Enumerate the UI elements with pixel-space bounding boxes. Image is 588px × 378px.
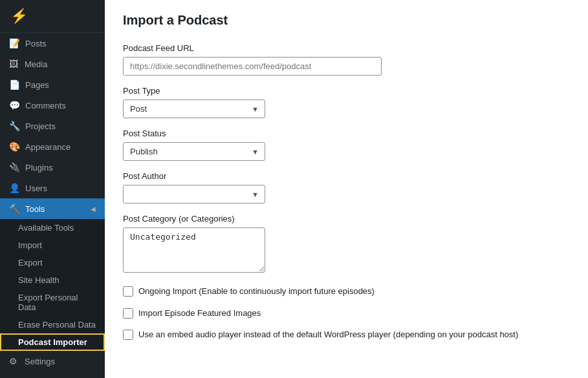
sidebar-item-settings-label: Settings (25, 357, 55, 366)
feed-url-label: Podcast Feed URL (123, 43, 570, 53)
submenu-import[interactable]: Import (0, 236, 105, 254)
post-status-select-wrap: Publish Draft Pending Private ▼ (123, 142, 265, 161)
sidebar-item-comments-label: Comments (25, 101, 66, 110)
post-type-group: Post Type Post Page ▼ (123, 86, 570, 118)
post-type-label: Post Type (123, 86, 570, 96)
post-status-select[interactable]: Publish Draft Pending Private (123, 142, 265, 161)
post-category-label: Post Category (or Categories) (123, 214, 570, 224)
sidebar: ⚡ 📝 Posts 🖼 Media 📄 Pages 💬 Comments 🔧 P… (0, 0, 105, 378)
sidebar-item-pages-label: Pages (25, 80, 49, 90)
ongoing-import-checkbox[interactable] (123, 286, 133, 297)
sidebar-item-plugins[interactable]: 🔌 Plugins (0, 157, 105, 178)
sidebar-item-tools[interactable]: 🔨 Tools ◀ (0, 198, 105, 219)
feed-url-group: Podcast Feed URL (123, 43, 570, 76)
settings-icon: ⚙ (9, 356, 19, 366)
sidebar-item-appearance[interactable]: 🎨 Appearance (0, 136, 105, 157)
sidebar-item-users-label: Users (25, 184, 47, 193)
sidebar-item-comments[interactable]: 💬 Comments (0, 95, 105, 116)
import-featured-images-checkbox[interactable] (123, 308, 133, 319)
sidebar-item-appearance-label: Appearance (25, 142, 71, 152)
submenu-site-health[interactable]: Site Health (0, 271, 105, 289)
wp-logo: ⚡ (0, 0, 105, 33)
post-type-select-wrap: Post Page ▼ (123, 100, 265, 118)
submenu-export[interactable]: Export (0, 254, 105, 271)
submenu-export-personal-data[interactable]: Export Personal Data (0, 289, 105, 316)
embed-audio-group: Use an embed audio player instead of the… (123, 328, 570, 341)
featured-images-group: Import Episode Featured Images (123, 307, 570, 320)
sidebar-item-users[interactable]: 👤 Users (0, 178, 105, 198)
embed-audio-player-checkbox[interactable] (123, 330, 133, 340)
projects-icon: 🔧 (9, 121, 20, 131)
sidebar-item-plugins-label: Plugins (25, 163, 53, 173)
page-title: Import a Podcast (123, 13, 570, 28)
submenu-available-tools[interactable]: Available Tools (0, 219, 105, 236)
sidebar-item-tools-label: Tools (25, 204, 45, 214)
sidebar-item-posts[interactable]: 📝 Posts (0, 33, 105, 54)
tools-icon: 🔨 (9, 204, 20, 214)
tools-arrow-icon: ◀ (91, 205, 96, 213)
post-category-textarea[interactable]: Uncategorized (123, 227, 265, 273)
ongoing-import-group: Ongoing Import (Enable to continuously i… (123, 285, 570, 298)
post-author-select[interactable] (123, 185, 265, 204)
post-status-label: Post Status (123, 129, 570, 138)
ongoing-import-label[interactable]: Ongoing Import (Enable to continuously i… (138, 285, 375, 298)
post-author-label: Post Author (123, 171, 570, 181)
post-status-group: Post Status Publish Draft Pending Privat… (123, 129, 570, 161)
media-icon: 🖼 (9, 59, 19, 69)
post-author-select-wrap: ▼ (123, 185, 265, 204)
pages-icon: 📄 (9, 79, 20, 90)
post-category-group: Post Category (or Categories) Uncategori… (123, 214, 570, 275)
sidebar-item-projects[interactable]: 🔧 Projects (0, 116, 105, 136)
plugins-icon: 🔌 (9, 162, 20, 173)
import-featured-images-label[interactable]: Import Episode Featured Images (138, 307, 261, 320)
sidebar-item-projects-label: Projects (25, 121, 56, 131)
main-content: Import a Podcast Podcast Feed URL Post T… (105, 0, 588, 378)
submenu-podcast-importer[interactable]: Podcast Importer (0, 333, 105, 351)
comments-icon: 💬 (9, 100, 20, 110)
sidebar-item-posts-label: Posts (25, 39, 47, 48)
post-type-select[interactable]: Post Page (123, 100, 265, 118)
sidebar-item-settings[interactable]: ⚙ Settings (0, 351, 105, 372)
appearance-icon: 🎨 (9, 142, 20, 152)
sidebar-item-media[interactable]: 🖼 Media (0, 54, 105, 74)
users-icon: 👤 (9, 183, 20, 193)
posts-icon: 📝 (9, 38, 20, 48)
sidebar-item-media-label: Media (25, 59, 47, 69)
feed-url-input[interactable] (123, 57, 382, 76)
sidebar-item-pages[interactable]: 📄 Pages (0, 74, 105, 95)
post-author-group: Post Author ▼ (123, 171, 570, 204)
tools-submenu: Available Tools Import Export Site Healt… (0, 219, 105, 351)
embed-audio-player-label[interactable]: Use an embed audio player instead of the… (138, 328, 518, 341)
submenu-erase-personal-data[interactable]: Erase Personal Data (0, 316, 105, 333)
